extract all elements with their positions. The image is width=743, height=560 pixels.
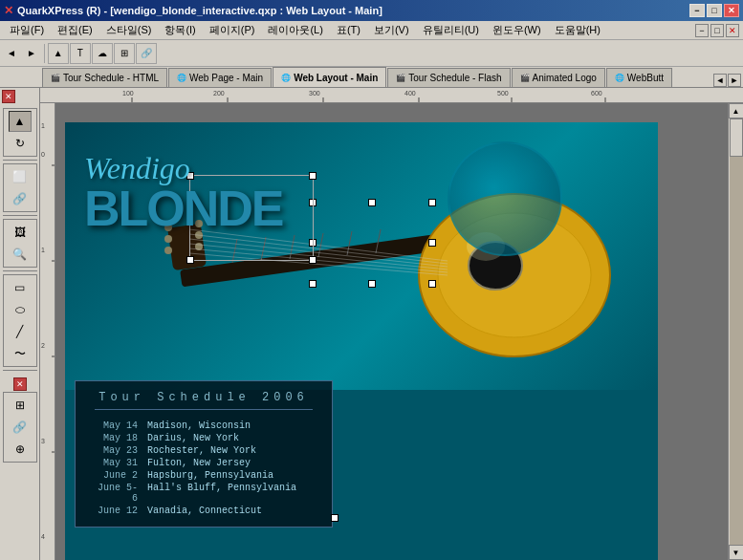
canvas-area[interactable]: Wendigo BLONDE: [55, 103, 728, 560]
resize-handle-tour[interactable]: [331, 514, 339, 522]
tool-magnify[interactable]: ⊕: [9, 439, 32, 460]
tab-icon-3: 🌐: [281, 74, 291, 82]
tour-title: Tour Schedule 2006: [95, 391, 313, 410]
tool-picture[interactable]: 🖼: [9, 222, 32, 243]
menu-edit[interactable]: 편집(E): [52, 21, 98, 39]
title-bar: ✕ QuarkXPress (R) - [wendigo_blonde_inte…: [0, 0, 743, 21]
tool-group-text: ⬜ 🔗: [3, 163, 37, 212]
menu-style[interactable]: 스타일(S): [100, 21, 158, 39]
scroll-arrow-up[interactable]: ▲: [729, 103, 744, 118]
circle-decoration: [448, 141, 562, 256]
tool-linkbox[interactable]: 🔗: [9, 417, 32, 438]
tour-venue-1: Darius, New York: [147, 433, 239, 443]
toolbar-arrow-right[interactable]: ►: [22, 43, 41, 64]
tool-btn-1[interactable]: ▲: [48, 43, 69, 64]
tool-btn-4[interactable]: ⊞: [114, 43, 135, 64]
selection-handle-tr: [428, 199, 436, 206]
tool-bezier[interactable]: 〜: [9, 343, 32, 364]
tour-venue-2: Rochester, New York: [147, 445, 256, 456]
scroll-arrow-down[interactable]: ▼: [729, 545, 744, 560]
tab-label-1: Tour Schedule - HTML: [63, 73, 159, 83]
tour-venue-0: Madison, Wisconsin: [147, 420, 251, 431]
menu-window[interactable]: 윈도우(W): [487, 21, 547, 39]
tool-table[interactable]: ⊞: [9, 395, 32, 416]
tool-btn-3[interactable]: ☁: [92, 43, 113, 64]
sel-h-bl2: [186, 256, 194, 264]
brand-text: Wendigo BLONDE: [84, 151, 283, 231]
sel-h-tr2: [309, 172, 317, 180]
tools-close-button[interactable]: ✕: [2, 90, 15, 103]
tab-tour-schedule-html[interactable]: 🎬 Tour Schedule - HTML: [42, 68, 167, 87]
menu-item[interactable]: 항목(I): [159, 21, 201, 39]
tab-scroll-left[interactable]: ◄: [713, 74, 727, 87]
float-close[interactable]: ✕: [726, 24, 739, 37]
ruler-h-ticks-svg: [55, 88, 743, 102]
tab-web-butt[interactable]: 🌐 WebButt: [606, 68, 672, 87]
tool-group-draw: 🖼 🔍: [3, 219, 37, 268]
tool-rectangle[interactable]: ▭: [9, 277, 32, 298]
tool-group-select: ▲ ↻: [3, 108, 37, 157]
toolbar-separator: [44, 44, 45, 63]
scroll-thumb[interactable]: [730, 118, 743, 157]
inner-close-button[interactable]: ✕: [13, 377, 27, 391]
menu-view[interactable]: 보기(V): [368, 21, 415, 39]
tab-icon-4: 🎬: [396, 74, 405, 82]
menu-table[interactable]: 표(T): [331, 21, 366, 39]
document-canvas: Wendigo BLONDE: [65, 122, 658, 560]
float-max[interactable]: □: [710, 24, 724, 37]
tool-text-chain[interactable]: 🔗: [9, 188, 32, 209]
tab-scroll-controls: ◄ ►: [713, 74, 743, 87]
maximize-button[interactable]: □: [707, 4, 722, 17]
tour-date-5: June 5-6: [95, 483, 138, 504]
menu-file[interactable]: 파일(F): [4, 21, 50, 39]
tool-btn-2[interactable]: T: [70, 43, 91, 64]
tour-row-5: June 5-6 Hall's Bluff, Pennsylvania: [95, 482, 313, 505]
tool-divider-1: [3, 160, 37, 161]
tab-web-page-main[interactable]: 🌐 Web Page - Main: [168, 68, 272, 87]
tool-zoom[interactable]: 🔍: [9, 244, 32, 265]
tour-venue-3: Fulton, New Jersey: [147, 458, 251, 468]
title-text: QuarkXPress (R) - [wendigo_blonde_intera…: [17, 5, 382, 16]
tour-date-0: May 14: [95, 420, 138, 431]
float-min[interactable]: −: [695, 24, 709, 37]
selection-handle-rm: [428, 239, 436, 247]
tour-row-1: May 18 Darius, New York: [95, 432, 313, 444]
tour-venue-4: Hapsburg, Pennsylvania: [147, 470, 273, 481]
minimize-button[interactable]: −: [689, 4, 705, 17]
tab-scroll-right[interactable]: ►: [728, 74, 741, 87]
menu-help[interactable]: 도움말(H): [549, 21, 606, 39]
tour-date-1: May 18: [95, 433, 138, 443]
tab-tour-schedule-flash[interactable]: 🎬 Tour Schedule - Flash: [387, 68, 510, 87]
close-button[interactable]: ✕: [724, 4, 739, 17]
menu-bar: 파일(F) 편집(E) 스타일(S) 항목(I) 페이지(P) 레이아웃(L) …: [0, 21, 743, 40]
tour-venue-6: Vanadia, Connecticut: [147, 506, 262, 516]
tool-btn-5[interactable]: 🔗: [136, 43, 157, 64]
tab-animated-logo[interactable]: 🎬 Animated Logo: [512, 68, 605, 87]
tab-web-layout-main[interactable]: 🌐 Web Layout - Main: [273, 67, 386, 87]
app-icon: ✕: [4, 4, 13, 17]
tour-row-6: June 12 Vanadia, Connecticut: [95, 505, 313, 517]
tour-row-0: May 14 Madison, Wisconsin: [95, 420, 313, 432]
menu-page[interactable]: 페이지(P): [204, 21, 261, 39]
tool-oval[interactable]: ⬭: [9, 299, 32, 320]
tour-table: May 14 Madison, Wisconsin May 18 Darius,…: [95, 420, 313, 517]
tab-icon-1: 🎬: [51, 74, 60, 82]
tour-row-4: June 2 Hapsburg, Pennsylvania: [95, 469, 313, 482]
selection-handle-bl: [309, 280, 317, 288]
menu-utils[interactable]: 유틸리티(U): [417, 21, 485, 39]
tool-text-box[interactable]: ⬜: [9, 166, 32, 187]
blonde-text: BLONDE: [84, 186, 283, 231]
tab-label-4: Tour Schedule - Flash: [408, 73, 501, 83]
guitar-section: Wendigo BLONDE: [65, 122, 658, 390]
selection-handle-bm: [368, 280, 376, 288]
tool-line[interactable]: ╱: [9, 321, 32, 342]
menu-layout[interactable]: 레이아웃(L): [262, 21, 328, 39]
tool-rotate[interactable]: ↻: [9, 133, 32, 154]
tab-icon-5: 🎬: [520, 74, 530, 82]
tool-group-shapes: ▭ ⬭ ╱ 〜: [3, 274, 37, 367]
tool-divider-4: [3, 370, 37, 371]
scroll-track[interactable]: [730, 118, 743, 545]
sel-h-br2: [309, 256, 317, 264]
tool-select[interactable]: ▲: [9, 111, 32, 132]
toolbar-arrow-left[interactable]: ◄: [2, 43, 21, 64]
